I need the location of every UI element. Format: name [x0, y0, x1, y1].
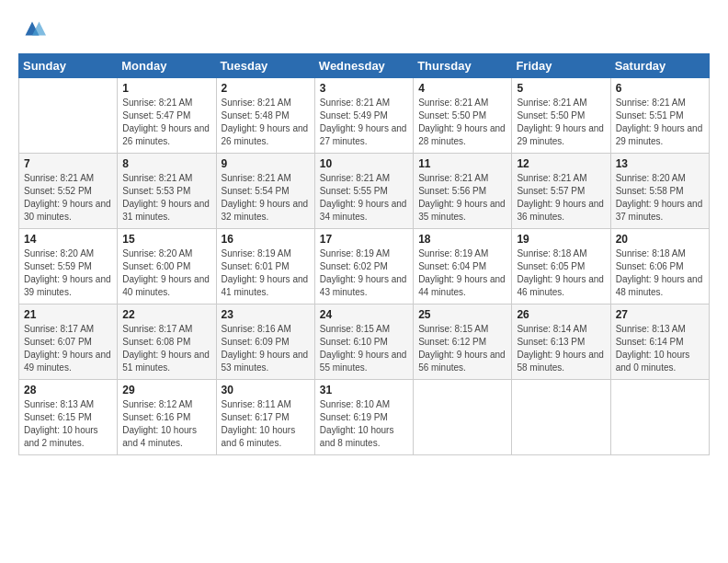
day-number: 5: [517, 82, 605, 95]
day-number: 17: [320, 233, 408, 246]
day-number: 18: [418, 233, 506, 246]
calendar-cell: 21Sunrise: 8:17 AMSunset: 6:07 PMDayligh…: [19, 304, 118, 380]
calendar-cell: 15Sunrise: 8:20 AMSunset: 6:00 PMDayligh…: [118, 229, 216, 304]
weekday-header-tuesday: Tuesday: [216, 54, 314, 78]
calendar-cell: 27Sunrise: 8:13 AMSunset: 6:14 PMDayligh…: [610, 304, 709, 380]
calendar-week-row: 14Sunrise: 8:20 AMSunset: 5:59 PMDayligh…: [19, 229, 710, 304]
calendar-cell: 4Sunrise: 8:21 AMSunset: 5:50 PMDaylight…: [414, 78, 512, 154]
day-number: 20: [616, 233, 704, 246]
calendar-week-row: 21Sunrise: 8:17 AMSunset: 6:07 PMDayligh…: [19, 304, 710, 380]
page: SundayMondayTuesdayWednesdayThursdayFrid…: [0, 0, 728, 563]
day-number: 10: [320, 157, 408, 170]
calendar-cell: 18Sunrise: 8:19 AMSunset: 6:04 PMDayligh…: [414, 229, 512, 304]
day-info: Sunrise: 8:20 AMSunset: 6:00 PMDaylight:…: [122, 247, 210, 299]
weekday-header-sunday: Sunday: [19, 54, 118, 78]
day-info: Sunrise: 8:12 AMSunset: 6:16 PMDaylight:…: [122, 398, 210, 450]
day-info: Sunrise: 8:20 AMSunset: 5:59 PMDaylight:…: [24, 247, 112, 299]
header: [18, 15, 710, 42]
day-number: 9: [222, 157, 310, 170]
day-number: 28: [24, 384, 112, 396]
weekday-header-row: SundayMondayTuesdayWednesdayThursdayFrid…: [19, 54, 710, 78]
calendar-cell: [512, 380, 610, 455]
calendar-cell: 19Sunrise: 8:18 AMSunset: 6:05 PMDayligh…: [512, 229, 610, 304]
day-number: 23: [222, 308, 310, 321]
day-info: Sunrise: 8:21 AMSunset: 5:52 PMDaylight:…: [24, 172, 112, 224]
calendar-cell: [414, 380, 512, 455]
day-info: Sunrise: 8:21 AMSunset: 5:54 PMDaylight:…: [222, 172, 310, 224]
day-number: 22: [122, 308, 210, 321]
calendar-cell: 31Sunrise: 8:10 AMSunset: 6:19 PMDayligh…: [314, 380, 413, 455]
calendar-cell: 11Sunrise: 8:21 AMSunset: 5:56 PMDayligh…: [414, 154, 512, 229]
day-number: 16: [222, 233, 310, 246]
day-info: Sunrise: 8:19 AMSunset: 6:04 PMDaylight:…: [418, 247, 506, 299]
day-info: Sunrise: 8:21 AMSunset: 5:51 PMDaylight:…: [616, 97, 704, 148]
calendar-week-row: 1Sunrise: 8:21 AMSunset: 5:47 PMDaylight…: [19, 78, 710, 154]
calendar-cell: 3Sunrise: 8:21 AMSunset: 5:49 PMDaylight…: [314, 78, 413, 154]
day-number: 6: [616, 82, 704, 95]
calendar-cell: 10Sunrise: 8:21 AMSunset: 5:55 PMDayligh…: [314, 154, 413, 229]
day-number: 11: [418, 157, 506, 170]
day-number: 12: [517, 157, 605, 170]
calendar-cell: [19, 78, 118, 154]
day-info: Sunrise: 8:13 AMSunset: 6:14 PMDaylight:…: [616, 323, 704, 374]
day-info: Sunrise: 8:21 AMSunset: 5:48 PMDaylight:…: [222, 97, 310, 148]
calendar-cell: 30Sunrise: 8:11 AMSunset: 6:17 PMDayligh…: [216, 380, 314, 455]
calendar-cell: 16Sunrise: 8:19 AMSunset: 6:01 PMDayligh…: [216, 229, 314, 304]
weekday-header-monday: Monday: [118, 54, 216, 78]
day-info: Sunrise: 8:19 AMSunset: 6:02 PMDaylight:…: [320, 247, 408, 299]
day-number: 13: [616, 157, 704, 170]
calendar-cell: 9Sunrise: 8:21 AMSunset: 5:54 PMDaylight…: [216, 154, 314, 229]
day-number: 4: [418, 82, 506, 95]
weekday-header-wednesday: Wednesday: [314, 54, 413, 78]
day-info: Sunrise: 8:13 AMSunset: 6:15 PMDaylight:…: [24, 398, 112, 450]
calendar-cell: 2Sunrise: 8:21 AMSunset: 5:48 PMDaylight…: [216, 78, 314, 154]
day-info: Sunrise: 8:21 AMSunset: 5:55 PMDaylight:…: [320, 172, 408, 224]
calendar-cell: 23Sunrise: 8:16 AMSunset: 6:09 PMDayligh…: [216, 304, 314, 380]
calendar-cell: 8Sunrise: 8:21 AMSunset: 5:53 PMDaylight…: [118, 154, 216, 229]
calendar-cell: 20Sunrise: 8:18 AMSunset: 6:06 PMDayligh…: [610, 229, 709, 304]
day-info: Sunrise: 8:20 AMSunset: 5:58 PMDaylight:…: [616, 172, 704, 224]
weekday-header-friday: Friday: [512, 54, 610, 78]
day-number: 29: [122, 384, 210, 396]
day-info: Sunrise: 8:18 AMSunset: 6:05 PMDaylight:…: [517, 247, 605, 299]
day-info: Sunrise: 8:14 AMSunset: 6:13 PMDaylight:…: [517, 323, 605, 374]
day-info: Sunrise: 8:11 AMSunset: 6:17 PMDaylight:…: [222, 398, 310, 450]
calendar-cell: 1Sunrise: 8:21 AMSunset: 5:47 PMDaylight…: [118, 78, 216, 154]
calendar-cell: 7Sunrise: 8:21 AMSunset: 5:52 PMDaylight…: [19, 154, 118, 229]
calendar-week-row: 7Sunrise: 8:21 AMSunset: 5:52 PMDaylight…: [19, 154, 710, 229]
day-info: Sunrise: 8:21 AMSunset: 5:49 PMDaylight:…: [320, 97, 408, 148]
logo: [18, 15, 50, 42]
calendar-week-row: 28Sunrise: 8:13 AMSunset: 6:15 PMDayligh…: [19, 380, 710, 455]
weekday-header-thursday: Thursday: [414, 54, 512, 78]
day-info: Sunrise: 8:19 AMSunset: 6:01 PMDaylight:…: [222, 247, 310, 299]
day-number: 21: [24, 308, 112, 321]
calendar-cell: 6Sunrise: 8:21 AMSunset: 5:51 PMDaylight…: [610, 78, 709, 154]
day-info: Sunrise: 8:16 AMSunset: 6:09 PMDaylight:…: [222, 323, 310, 374]
day-number: 7: [24, 157, 112, 170]
day-number: 30: [222, 384, 310, 396]
calendar-cell: 22Sunrise: 8:17 AMSunset: 6:08 PMDayligh…: [118, 304, 216, 380]
day-number: 2: [222, 82, 310, 95]
day-info: Sunrise: 8:17 AMSunset: 6:07 PMDaylight:…: [24, 323, 112, 374]
day-number: 24: [320, 308, 408, 321]
calendar-table: SundayMondayTuesdayWednesdayThursdayFrid…: [18, 53, 710, 455]
calendar-cell: 13Sunrise: 8:20 AMSunset: 5:58 PMDayligh…: [610, 154, 709, 229]
day-info: Sunrise: 8:17 AMSunset: 6:08 PMDaylight:…: [122, 323, 210, 374]
day-number: 26: [517, 308, 605, 321]
calendar-cell: 12Sunrise: 8:21 AMSunset: 5:57 PMDayligh…: [512, 154, 610, 229]
calendar-cell: [610, 380, 709, 455]
calendar-cell: 17Sunrise: 8:19 AMSunset: 6:02 PMDayligh…: [314, 229, 413, 304]
day-number: 27: [616, 308, 704, 321]
day-number: 15: [122, 233, 210, 246]
day-info: Sunrise: 8:21 AMSunset: 5:50 PMDaylight:…: [418, 97, 506, 148]
day-number: 14: [24, 233, 112, 246]
day-info: Sunrise: 8:15 AMSunset: 6:12 PMDaylight:…: [418, 323, 506, 374]
calendar-cell: 26Sunrise: 8:14 AMSunset: 6:13 PMDayligh…: [512, 304, 610, 380]
calendar-cell: 5Sunrise: 8:21 AMSunset: 5:50 PMDaylight…: [512, 78, 610, 154]
day-info: Sunrise: 8:18 AMSunset: 6:06 PMDaylight:…: [616, 247, 704, 299]
day-info: Sunrise: 8:21 AMSunset: 5:47 PMDaylight:…: [122, 97, 210, 148]
calendar-cell: 24Sunrise: 8:15 AMSunset: 6:10 PMDayligh…: [314, 304, 413, 380]
day-number: 31: [320, 384, 408, 396]
day-info: Sunrise: 8:15 AMSunset: 6:10 PMDaylight:…: [320, 323, 408, 374]
day-number: 19: [517, 233, 605, 246]
